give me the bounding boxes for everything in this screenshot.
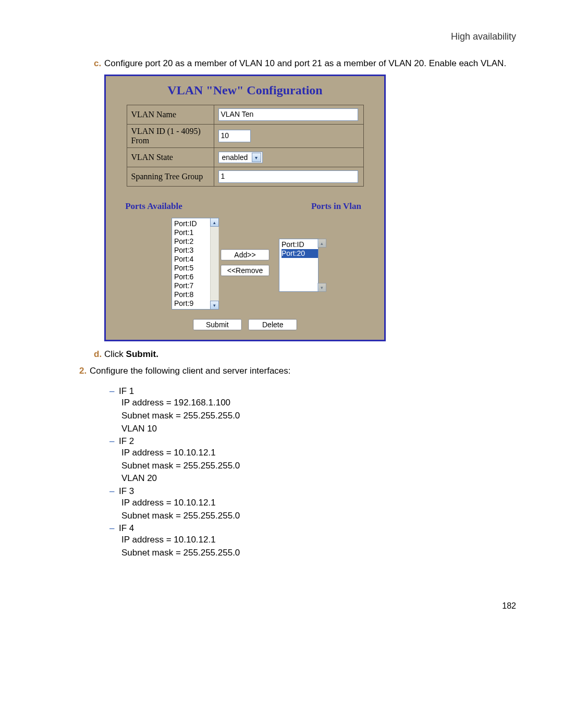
if-detail: IP address = 10.10.12.1 [121, 447, 521, 460]
if-detail: IP address = 10.10.12.1 [121, 497, 521, 510]
vlan-config-screenshot: VLAN "New" Configuration VLAN Name VLAN … [104, 75, 386, 341]
if-detail: Subnet mask = 255.255.255.0 [121, 547, 521, 560]
ports-available-listbox[interactable]: Port:ID Port:1 Port:2 Port:3 Port:4 Port… [172, 218, 211, 310]
bullet-dash-icon: – [109, 386, 119, 397]
scroll-up-icon[interactable]: ▴ [210, 218, 219, 227]
page-number: 182 [42, 601, 521, 611]
list-item[interactable]: Port:ID [282, 240, 318, 249]
list-item[interactable]: Port:3 [174, 246, 211, 255]
ports-available-heading: Ports Available [117, 201, 190, 212]
step-c-line: c.Configure port 20 as a member of VLAN … [94, 58, 521, 69]
if-detail: Subnet mask = 255.255.255.0 [121, 410, 521, 423]
step-c-text: Configure port 20 as a member of VLAN 10… [104, 58, 506, 68]
ports-in-vlan-heading: Ports in Vlan [300, 201, 373, 212]
list-item[interactable]: Port:9 [174, 299, 211, 308]
if-detail: VLAN 20 [121, 472, 521, 485]
interfaces-block: –IF 1 IP address = 192.168.1.100 Subnet … [109, 386, 521, 559]
submit-button[interactable]: Submit [193, 319, 242, 330]
step-letter-c: c. [94, 58, 104, 69]
vlan-state-select[interactable]: enabled ▾ [218, 152, 263, 163]
scroll-down-icon: ▾ [317, 283, 326, 292]
list-item[interactable]: Port:6 [174, 273, 211, 281]
scroll-up-icon: ▴ [317, 239, 326, 248]
vlan-state-value: enabled [222, 153, 248, 162]
vlan-id-input[interactable]: 10 [218, 130, 251, 142]
screenshot-title: VLAN "New" Configuration [106, 83, 384, 97]
if-name: IF 2 [119, 436, 134, 446]
list-item[interactable]: Port:1 [174, 228, 211, 237]
step-d-bold: Submit. [126, 349, 158, 359]
step-d-prefix: Click [104, 349, 126, 359]
vlan-id-label: VLAN ID (1 - 4095) From [127, 125, 214, 148]
if-detail: IP address = 192.168.1.100 [121, 397, 521, 410]
step-2-line: 2.Configure the following client and ser… [79, 365, 521, 377]
if-name: IF 1 [119, 386, 134, 396]
if-detail: VLAN 10 [121, 423, 521, 436]
stp-input[interactable]: 1 [218, 170, 358, 183]
stp-label: Spanning Tree Group [127, 167, 214, 187]
if-detail: Subnet mask = 255.255.255.0 [121, 510, 521, 523]
add-button[interactable]: Add>> [221, 249, 270, 261]
vlan-name-label: VLAN Name [127, 105, 214, 125]
step-d-line: d.Click Submit. [94, 349, 521, 360]
delete-button[interactable]: Delete [248, 319, 297, 330]
list-item[interactable]: Port:5 [174, 264, 211, 273]
chevron-down-icon[interactable]: ▾ [252, 153, 261, 162]
step-letter-d: d. [94, 349, 104, 360]
scrollbar-track[interactable] [210, 227, 219, 301]
list-item[interactable]: Port:ID [174, 219, 211, 228]
list-item[interactable]: Port:7 [174, 281, 211, 290]
ports-in-vlan-listbox[interactable]: Port:ID Port:20 [279, 239, 319, 292]
list-item[interactable]: Port:8 [174, 290, 211, 299]
if-name: IF 4 [119, 523, 134, 533]
bullet-dash-icon: – [109, 523, 119, 534]
if-name: IF 3 [119, 486, 134, 496]
step-number-2: 2. [79, 365, 90, 377]
section-heading: High availability [42, 31, 521, 42]
bullet-dash-icon: – [109, 436, 119, 447]
vlan-state-label: VLAN State [127, 148, 214, 167]
step-2-text: Configure the following client and serve… [90, 366, 291, 376]
list-item[interactable]: Port:20 [282, 249, 318, 258]
vlan-form-table: VLAN Name VLAN Ten VLAN ID (1 - 4095) Fr… [127, 105, 364, 187]
remove-button[interactable]: <<Remove [221, 265, 270, 276]
scroll-down-icon[interactable]: ▾ [210, 301, 219, 310]
vlan-name-input[interactable]: VLAN Ten [218, 108, 358, 121]
if-detail: IP address = 10.10.12.1 [121, 534, 521, 547]
if-detail: Subnet mask = 255.255.255.0 [121, 460, 521, 473]
list-item[interactable]: Port:2 [174, 237, 211, 246]
bullet-dash-icon: – [109, 486, 119, 497]
list-item[interactable]: Port:4 [174, 255, 211, 264]
